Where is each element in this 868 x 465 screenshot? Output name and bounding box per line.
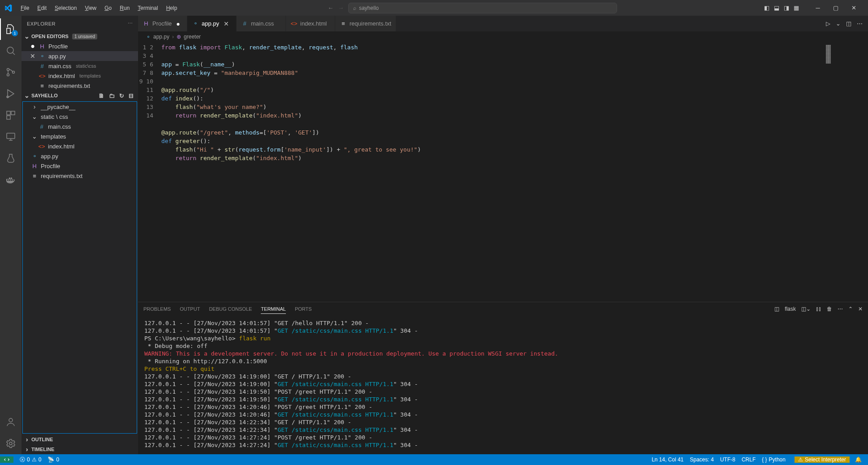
editor-area: HProcfile●⚬app.py✕#main.css<>index.html≡…	[138, 16, 868, 454]
activity-accounts[interactable]	[0, 411, 22, 433]
remote-indicator[interactable]	[0, 456, 13, 463]
menu-terminal[interactable]: Terminal	[134, 3, 161, 13]
symbol-icon: ⊕	[177, 34, 181, 40]
activity-docker[interactable]	[0, 169, 22, 191]
open-editor-item[interactable]: <>index.htmltemplates	[22, 71, 138, 81]
open-editors-section[interactable]: ⌄ OPEN EDITORS 1 unsaved	[22, 31, 138, 41]
activity-settings[interactable]	[0, 433, 22, 454]
split-editor-icon[interactable]: ◫	[846, 20, 851, 27]
editor-tab[interactable]: ≡requirements.txt	[335, 16, 396, 31]
explorer-sidebar: EXPLORER ⋯ ⌄ OPEN EDITORS 1 unsaved ●HPr…	[22, 16, 138, 454]
folder-item[interactable]: ›__pycache__	[23, 102, 137, 112]
status-ports[interactable]: 📡0	[48, 456, 59, 463]
terminal-split-icon[interactable]: ◫	[774, 306, 779, 312]
svg-point-13	[9, 442, 12, 445]
outline-section[interactable]: › OUTLINE	[22, 435, 138, 444]
code-editor[interactable]: 1 2 3 4 5 6 7 8 9 10 11 12 13 14 from fl…	[138, 42, 823, 302]
toggle-primary-sidebar-icon[interactable]: ◧	[764, 4, 769, 11]
tab-more-icon[interactable]: ⋯	[857, 20, 863, 27]
status-cursor-pos[interactable]: Ln 14, Col 41	[652, 456, 683, 463]
panel-tab-debug-console[interactable]: DEBUG CONSOLE	[209, 304, 252, 313]
bottom-panel: PROBLEMSOUTPUTDEBUG CONSOLETERMINALPORTS…	[138, 302, 868, 454]
svg-point-0	[7, 47, 13, 53]
editor-tab[interactable]: HProcfile●	[138, 16, 187, 31]
refresh-icon[interactable]: ↻	[119, 92, 124, 99]
explorer-more-icon[interactable]: ⋯	[128, 21, 133, 26]
menu-view[interactable]: View	[81, 3, 100, 13]
terminal-profile-icon[interactable]: ◫⌄	[801, 306, 811, 312]
menu-file[interactable]: File	[17, 3, 33, 13]
panel-close-icon[interactable]: ✕	[858, 306, 863, 312]
panel-tab-terminal[interactable]: TERMINAL	[261, 304, 286, 314]
workspace-section[interactable]: ⌄ SAYHELLO 🗎 🗀 ↻ ⊟	[22, 91, 138, 100]
folder-item[interactable]: ⌄static \ css	[23, 112, 137, 122]
status-select-interpreter[interactable]: ⚠ Select Interpreter	[795, 456, 850, 463]
file-item[interactable]: #main.css	[23, 122, 137, 131]
toggle-secondary-sidebar-icon[interactable]: ◨	[784, 4, 789, 11]
activity-run-debug[interactable]	[0, 83, 22, 104]
svg-rect-7	[11, 111, 15, 115]
kill-terminal-icon[interactable]: 🗑	[827, 306, 832, 312]
activity-remote-explorer[interactable]	[0, 126, 22, 148]
panel-tab-problems[interactable]: PROBLEMS	[143, 304, 171, 313]
run-file-icon[interactable]: ▷	[826, 20, 830, 27]
nav-back-icon[interactable]: ←	[328, 4, 333, 11]
open-editor-item[interactable]: ●HProcfile	[22, 41, 138, 51]
terminal-output[interactable]: 127.0.0.1 - - [27/Nov/2023 14:01:57] "GE…	[138, 316, 868, 454]
activity-extensions[interactable]	[0, 104, 22, 126]
svg-point-12	[9, 418, 13, 422]
panel-maximize-icon[interactable]: ⌃	[848, 306, 853, 312]
open-editor-item[interactable]: ✕⚬app.py	[22, 51, 138, 61]
editor-tab[interactable]: #main.css	[237, 16, 286, 31]
svg-rect-9	[7, 133, 15, 139]
window-minimize-button[interactable]: ─	[809, 1, 827, 15]
menu-go[interactable]: Go	[101, 3, 115, 13]
status-encoding[interactable]: UTF-8	[720, 456, 735, 463]
activity-explorer[interactable]: 1	[0, 18, 22, 40]
status-language[interactable]: { }Python	[762, 456, 786, 463]
window-close-button[interactable]: ✕	[845, 1, 863, 15]
status-eol[interactable]: CRLF	[742, 456, 756, 463]
timeline-section[interactable]: › TIMELINE	[22, 444, 138, 454]
toggle-panel-icon[interactable]: ⬓	[774, 4, 779, 11]
nav-forward-icon: →	[338, 4, 344, 11]
editor-tab[interactable]: <>index.html	[286, 16, 335, 31]
menubar: FileEditSelectionViewGoRunTerminalHelp	[17, 3, 181, 13]
svg-rect-6	[7, 111, 10, 115]
status-spaces[interactable]: Spaces: 4	[690, 456, 714, 463]
panel-tab-output[interactable]: OUTPUT	[180, 304, 200, 313]
collapse-all-icon[interactable]: ⊟	[129, 92, 134, 99]
open-editor-item[interactable]: #main.cssstatic\css	[22, 61, 138, 71]
folder-item[interactable]: ⌄templates	[23, 131, 137, 141]
customize-layout-icon[interactable]: ▦	[794, 4, 799, 11]
new-file-icon[interactable]: 🗎	[99, 92, 104, 99]
breadcrumb[interactable]: ⚬ app.py › ⊕ greeter	[138, 31, 868, 42]
menu-edit[interactable]: Edit	[34, 3, 50, 13]
file-item[interactable]: ≡requirements.txt	[23, 171, 137, 181]
menu-run[interactable]: Run	[116, 3, 133, 13]
menu-help[interactable]: Help	[163, 3, 181, 13]
unsaved-badge: 1 unsaved	[72, 34, 97, 39]
run-dropdown-icon[interactable]: ⌄	[836, 20, 841, 27]
new-folder-icon[interactable]: 🗀	[109, 92, 115, 99]
status-notifications[interactable]: 🔔	[852, 456, 864, 463]
panel-tab-ports[interactable]: PORTS	[295, 304, 312, 313]
activity-source-control[interactable]	[0, 61, 22, 83]
panel-more-icon[interactable]: ⋯	[838, 306, 843, 312]
activity-search[interactable]	[0, 40, 22, 61]
split-terminal-icon[interactable]: ⫿⫿	[816, 306, 821, 312]
window-maximize-button[interactable]: ▢	[827, 1, 845, 15]
terminal-name[interactable]: flask	[785, 306, 796, 312]
status-errors[interactable]: ⓧ0 ⚠0	[20, 456, 41, 464]
editor-tab[interactable]: ⚬app.py✕	[187, 16, 237, 31]
menu-selection[interactable]: Selection	[51, 3, 80, 13]
vscode-logo-icon	[4, 4, 13, 13]
file-item[interactable]: HProcfile	[23, 161, 137, 171]
file-item[interactable]: ⚬app.py	[23, 151, 137, 161]
minimap[interactable]: █████████ █████████ █████████ █████████ …	[823, 42, 868, 302]
svg-line-1	[13, 52, 15, 55]
file-item[interactable]: <>index.html	[23, 141, 137, 151]
open-editor-item[interactable]: ≡requirements.txt	[22, 81, 138, 91]
activity-testing[interactable]	[0, 148, 22, 169]
command-center-search[interactable]: ⌕ sayhello	[348, 3, 617, 13]
